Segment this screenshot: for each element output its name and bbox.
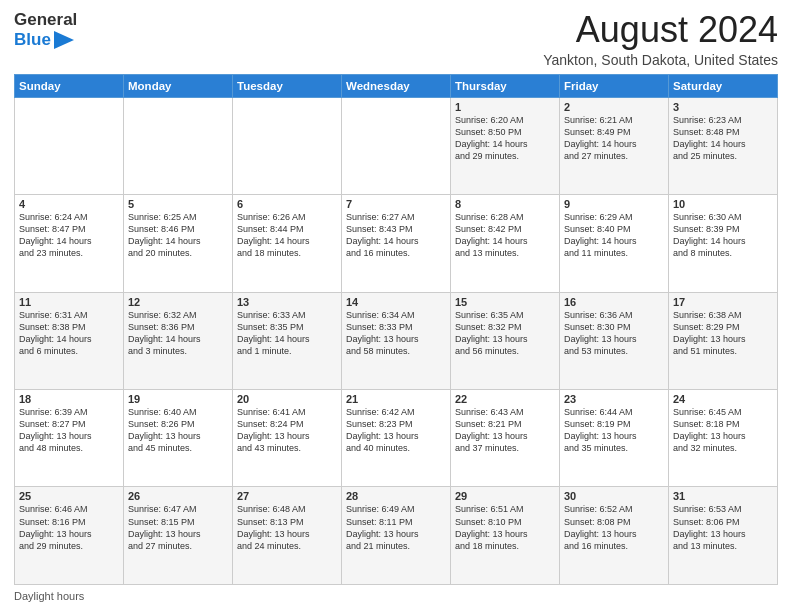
table-row: 14Sunrise: 6:34 AM Sunset: 8:33 PM Dayli… — [342, 292, 451, 389]
day-number: 1 — [455, 101, 555, 113]
day-info: Sunrise: 6:33 AM Sunset: 8:35 PM Dayligh… — [237, 309, 337, 358]
day-number: 17 — [673, 296, 773, 308]
day-number: 5 — [128, 198, 228, 210]
month-title: August 2024 — [543, 10, 778, 50]
table-row — [233, 97, 342, 194]
day-info: Sunrise: 6:39 AM Sunset: 8:27 PM Dayligh… — [19, 406, 119, 455]
page: General Blue August 2024 Yankton, South … — [0, 0, 792, 612]
day-number: 20 — [237, 393, 337, 405]
col-wednesday: Wednesday — [342, 74, 451, 97]
day-number: 30 — [564, 490, 664, 502]
table-row: 27Sunrise: 6:48 AM Sunset: 8:13 PM Dayli… — [233, 487, 342, 585]
day-number: 10 — [673, 198, 773, 210]
table-row: 20Sunrise: 6:41 AM Sunset: 8:24 PM Dayli… — [233, 390, 342, 487]
day-info: Sunrise: 6:41 AM Sunset: 8:24 PM Dayligh… — [237, 406, 337, 455]
day-number: 27 — [237, 490, 337, 502]
col-sunday: Sunday — [15, 74, 124, 97]
table-row: 28Sunrise: 6:49 AM Sunset: 8:11 PM Dayli… — [342, 487, 451, 585]
day-info: Sunrise: 6:43 AM Sunset: 8:21 PM Dayligh… — [455, 406, 555, 455]
logo: General Blue — [14, 10, 77, 50]
day-info: Sunrise: 6:28 AM Sunset: 8:42 PM Dayligh… — [455, 211, 555, 260]
day-info: Sunrise: 6:45 AM Sunset: 8:18 PM Dayligh… — [673, 406, 773, 455]
day-number: 26 — [128, 490, 228, 502]
day-info: Sunrise: 6:20 AM Sunset: 8:50 PM Dayligh… — [455, 114, 555, 163]
calendar-week-row: 25Sunrise: 6:46 AM Sunset: 8:16 PM Dayli… — [15, 487, 778, 585]
table-row: 5Sunrise: 6:25 AM Sunset: 8:46 PM Daylig… — [124, 195, 233, 292]
calendar-week-row: 18Sunrise: 6:39 AM Sunset: 8:27 PM Dayli… — [15, 390, 778, 487]
day-info: Sunrise: 6:21 AM Sunset: 8:49 PM Dayligh… — [564, 114, 664, 163]
table-row: 11Sunrise: 6:31 AM Sunset: 8:38 PM Dayli… — [15, 292, 124, 389]
table-row — [124, 97, 233, 194]
day-number: 11 — [19, 296, 119, 308]
daylight-label: Daylight hours — [14, 590, 84, 602]
table-row: 25Sunrise: 6:46 AM Sunset: 8:16 PM Dayli… — [15, 487, 124, 585]
day-number: 7 — [346, 198, 446, 210]
day-info: Sunrise: 6:25 AM Sunset: 8:46 PM Dayligh… — [128, 211, 228, 260]
table-row: 21Sunrise: 6:42 AM Sunset: 8:23 PM Dayli… — [342, 390, 451, 487]
table-row: 6Sunrise: 6:26 AM Sunset: 8:44 PM Daylig… — [233, 195, 342, 292]
col-tuesday: Tuesday — [233, 74, 342, 97]
table-row: 17Sunrise: 6:38 AM Sunset: 8:29 PM Dayli… — [669, 292, 778, 389]
day-info: Sunrise: 6:48 AM Sunset: 8:13 PM Dayligh… — [237, 503, 337, 552]
table-row: 30Sunrise: 6:52 AM Sunset: 8:08 PM Dayli… — [560, 487, 669, 585]
calendar-week-row: 11Sunrise: 6:31 AM Sunset: 8:38 PM Dayli… — [15, 292, 778, 389]
table-row: 29Sunrise: 6:51 AM Sunset: 8:10 PM Dayli… — [451, 487, 560, 585]
day-number: 4 — [19, 198, 119, 210]
day-number: 25 — [19, 490, 119, 502]
table-row: 24Sunrise: 6:45 AM Sunset: 8:18 PM Dayli… — [669, 390, 778, 487]
table-row: 19Sunrise: 6:40 AM Sunset: 8:26 PM Dayli… — [124, 390, 233, 487]
col-monday: Monday — [124, 74, 233, 97]
calendar-week-row: 4Sunrise: 6:24 AM Sunset: 8:47 PM Daylig… — [15, 195, 778, 292]
day-info: Sunrise: 6:31 AM Sunset: 8:38 PM Dayligh… — [19, 309, 119, 358]
day-number: 19 — [128, 393, 228, 405]
day-info: Sunrise: 6:51 AM Sunset: 8:10 PM Dayligh… — [455, 503, 555, 552]
day-number: 8 — [455, 198, 555, 210]
logo-general: General — [14, 10, 77, 30]
table-row: 15Sunrise: 6:35 AM Sunset: 8:32 PM Dayli… — [451, 292, 560, 389]
svg-marker-0 — [54, 31, 74, 49]
footer: Daylight hours — [14, 590, 778, 602]
day-number: 12 — [128, 296, 228, 308]
title-area: August 2024 Yankton, South Dakota, Unite… — [543, 10, 778, 68]
day-info: Sunrise: 6:34 AM Sunset: 8:33 PM Dayligh… — [346, 309, 446, 358]
day-info: Sunrise: 6:35 AM Sunset: 8:32 PM Dayligh… — [455, 309, 555, 358]
day-info: Sunrise: 6:29 AM Sunset: 8:40 PM Dayligh… — [564, 211, 664, 260]
table-row: 9Sunrise: 6:29 AM Sunset: 8:40 PM Daylig… — [560, 195, 669, 292]
table-row: 12Sunrise: 6:32 AM Sunset: 8:36 PM Dayli… — [124, 292, 233, 389]
day-number: 24 — [673, 393, 773, 405]
table-row: 23Sunrise: 6:44 AM Sunset: 8:19 PM Dayli… — [560, 390, 669, 487]
table-row: 3Sunrise: 6:23 AM Sunset: 8:48 PM Daylig… — [669, 97, 778, 194]
day-info: Sunrise: 6:53 AM Sunset: 8:06 PM Dayligh… — [673, 503, 773, 552]
day-number: 14 — [346, 296, 446, 308]
day-info: Sunrise: 6:26 AM Sunset: 8:44 PM Dayligh… — [237, 211, 337, 260]
day-number: 29 — [455, 490, 555, 502]
day-number: 18 — [19, 393, 119, 405]
day-number: 21 — [346, 393, 446, 405]
day-info: Sunrise: 6:30 AM Sunset: 8:39 PM Dayligh… — [673, 211, 773, 260]
table-row: 13Sunrise: 6:33 AM Sunset: 8:35 PM Dayli… — [233, 292, 342, 389]
calendar-table: Sunday Monday Tuesday Wednesday Thursday… — [14, 74, 778, 585]
table-row — [342, 97, 451, 194]
calendar-header-row: Sunday Monday Tuesday Wednesday Thursday… — [15, 74, 778, 97]
day-info: Sunrise: 6:44 AM Sunset: 8:19 PM Dayligh… — [564, 406, 664, 455]
day-number: 22 — [455, 393, 555, 405]
day-info: Sunrise: 6:46 AM Sunset: 8:16 PM Dayligh… — [19, 503, 119, 552]
table-row: 4Sunrise: 6:24 AM Sunset: 8:47 PM Daylig… — [15, 195, 124, 292]
day-number: 3 — [673, 101, 773, 113]
table-row: 18Sunrise: 6:39 AM Sunset: 8:27 PM Dayli… — [15, 390, 124, 487]
day-number: 6 — [237, 198, 337, 210]
day-info: Sunrise: 6:40 AM Sunset: 8:26 PM Dayligh… — [128, 406, 228, 455]
location: Yankton, South Dakota, United States — [543, 52, 778, 68]
table-row: 10Sunrise: 6:30 AM Sunset: 8:39 PM Dayli… — [669, 195, 778, 292]
logo-blue: Blue — [14, 30, 51, 50]
day-info: Sunrise: 6:52 AM Sunset: 8:08 PM Dayligh… — [564, 503, 664, 552]
table-row: 22Sunrise: 6:43 AM Sunset: 8:21 PM Dayli… — [451, 390, 560, 487]
day-number: 28 — [346, 490, 446, 502]
day-info: Sunrise: 6:32 AM Sunset: 8:36 PM Dayligh… — [128, 309, 228, 358]
day-info: Sunrise: 6:49 AM Sunset: 8:11 PM Dayligh… — [346, 503, 446, 552]
table-row — [15, 97, 124, 194]
table-row: 16Sunrise: 6:36 AM Sunset: 8:30 PM Dayli… — [560, 292, 669, 389]
header: General Blue August 2024 Yankton, South … — [14, 10, 778, 68]
day-number: 2 — [564, 101, 664, 113]
logo-arrow-icon — [54, 31, 74, 49]
